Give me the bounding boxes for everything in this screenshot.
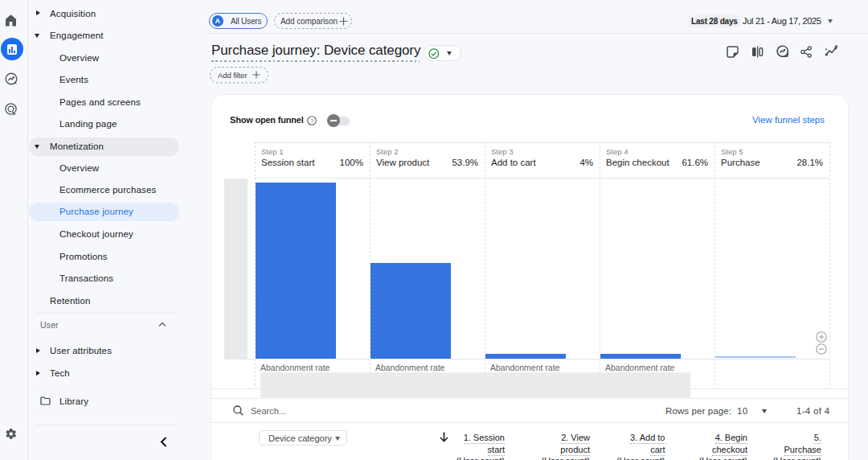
svg-text:?: ? bbox=[310, 117, 313, 124]
